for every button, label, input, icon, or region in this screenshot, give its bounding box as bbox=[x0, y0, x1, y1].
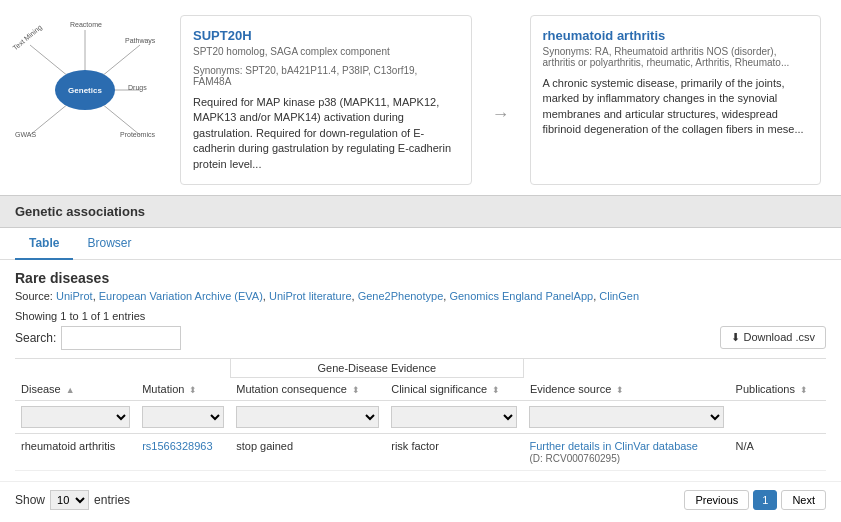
disease-card-title: rheumatoid arthritis bbox=[543, 28, 809, 43]
footer-bar: Show 10 25 50 entries Previous 1 Next bbox=[0, 481, 841, 518]
pagination: Previous 1 Next bbox=[684, 490, 826, 510]
col-group-gene-disease: Gene-Disease Evidence bbox=[230, 358, 523, 377]
mutation-cons-sort-icon[interactable]: ⬍ bbox=[352, 385, 360, 395]
search-label: Search: bbox=[15, 331, 56, 345]
gene-info-card: SUPT20H SPT20 homolog, SAGA complex comp… bbox=[180, 15, 472, 185]
source-clingen[interactable]: ClinGen bbox=[599, 290, 639, 302]
mutation-sort-icon[interactable]: ⬍ bbox=[189, 385, 197, 395]
previous-button[interactable]: Previous bbox=[684, 490, 749, 510]
table-row: rheumatoid arthritis rs1566328963 stop g… bbox=[15, 433, 826, 470]
data-table: Disease ▲ Mutation ⬍ Gene-Disease Eviden… bbox=[15, 358, 826, 471]
mutation-link[interactable]: rs1566328963 bbox=[142, 440, 212, 452]
branch-proteomics: Proteomics bbox=[120, 131, 156, 138]
gene-card-body: Required for MAP kinase p38 (MAPK11, MAP… bbox=[193, 95, 459, 172]
disease-info-card: rheumatoid arthritis Synonyms: RA, Rheum… bbox=[530, 15, 822, 185]
mind-map-center-label: Genetics bbox=[68, 86, 102, 95]
mutation-filter-select[interactable] bbox=[142, 406, 224, 428]
col-publications: Publications ⬍ bbox=[730, 358, 826, 400]
filter-mutation bbox=[136, 400, 230, 433]
show-label: Show bbox=[15, 493, 45, 507]
branch-drugs: Drugs bbox=[128, 84, 147, 92]
top-section: Text Mining Reactome Pathways Drugs Prot… bbox=[0, 0, 841, 195]
col-disease: Disease ▲ bbox=[15, 358, 136, 400]
disease-filter-select[interactable] bbox=[21, 406, 130, 428]
source-prefix: Source: bbox=[15, 290, 56, 302]
tab-browser[interactable]: Browser bbox=[73, 228, 145, 260]
filter-publications bbox=[730, 400, 826, 433]
show-entries: Show 10 25 50 entries bbox=[15, 490, 130, 510]
source-eva[interactable]: European Variation Archive (EVA) bbox=[99, 290, 263, 302]
gene-card-title: SUPT20H bbox=[193, 28, 459, 43]
gene-card-subtitle: SPT20 homolog, SAGA complex component bbox=[193, 46, 459, 57]
evidence-sort-icon[interactable]: ⬍ bbox=[616, 385, 624, 395]
clin-sig-sort-icon[interactable]: ⬍ bbox=[492, 385, 500, 395]
filter-row bbox=[15, 400, 826, 433]
next-button[interactable]: Next bbox=[781, 490, 826, 510]
cell-mutation-consequence: stop gained bbox=[230, 433, 385, 470]
disease-card-synonyms: Synonyms: RA, Rheumatoid arthritis NOS (… bbox=[543, 46, 809, 68]
source-genomics-england[interactable]: Genomics England PanelApp bbox=[449, 290, 593, 302]
show-entries-select[interactable]: 10 25 50 bbox=[50, 490, 89, 510]
branch-gwas: GWAS bbox=[15, 131, 36, 138]
mutation-consequence-filter-select[interactable] bbox=[236, 406, 379, 428]
section-header: Genetic associations bbox=[0, 196, 841, 228]
search-bar: Search: ⬇ Download .csv bbox=[15, 326, 826, 350]
filter-mutation-consequence bbox=[230, 400, 385, 433]
tab-table[interactable]: Table bbox=[15, 228, 73, 260]
card-arrow: → bbox=[492, 15, 510, 185]
col-clinical-significance: Clinical significance ⬍ bbox=[385, 377, 523, 400]
branch-pathways: Pathways bbox=[125, 37, 156, 45]
source-uniprot[interactable]: UniProt bbox=[56, 290, 93, 302]
mind-map: Text Mining Reactome Pathways Drugs Prot… bbox=[10, 15, 160, 165]
evidence-source-link[interactable]: Further details in ClinVar database bbox=[529, 440, 698, 452]
table-content: Rare diseases Source: UniProt, European … bbox=[0, 260, 841, 481]
source-uniprot-lit[interactable]: UniProt literature bbox=[269, 290, 352, 302]
cell-disease: rheumatoid arthritis bbox=[15, 433, 136, 470]
evidence-source-sub: (D: RCV000760295) bbox=[529, 453, 620, 464]
bottom-section: Genetic associations Table Browser Rare … bbox=[0, 195, 841, 518]
branch-text-mining: Text Mining bbox=[11, 23, 43, 52]
col-mutation: Mutation ⬍ bbox=[136, 358, 230, 400]
showing-line: Showing 1 to 1 of 1 entries bbox=[15, 310, 826, 322]
entries-label: entries bbox=[94, 493, 130, 507]
cell-publications: N/A bbox=[730, 433, 826, 470]
cell-mutation: rs1566328963 bbox=[136, 433, 230, 470]
source-line: Source: UniProt, European Variation Arch… bbox=[15, 290, 826, 302]
branch-reactome: Reactome bbox=[70, 21, 102, 28]
gene-card-synonyms: Synonyms: SPT20, bA421P11.4, P38IP, C13o… bbox=[193, 65, 459, 87]
evidence-source-filter-select[interactable] bbox=[529, 406, 723, 428]
download-button[interactable]: ⬇ Download .csv bbox=[720, 326, 826, 349]
disease-sort-icon[interactable]: ▲ bbox=[66, 385, 75, 395]
info-cards: SUPT20H SPT20 homolog, SAGA complex comp… bbox=[180, 15, 821, 185]
cell-evidence-source: Further details in ClinVar database (D: … bbox=[523, 433, 729, 470]
current-page: 1 bbox=[753, 490, 777, 510]
filter-disease bbox=[15, 400, 136, 433]
clinical-significance-filter-select[interactable] bbox=[391, 406, 517, 428]
tabs-bar: Table Browser bbox=[0, 228, 841, 260]
filter-clinical-significance bbox=[385, 400, 523, 433]
rare-diseases-title: Rare diseases bbox=[15, 270, 826, 286]
source-gene2phenotype[interactable]: Gene2Phenotype bbox=[358, 290, 444, 302]
search-input[interactable] bbox=[61, 326, 181, 350]
disease-card-body: A chronic systemic disease, primarily of… bbox=[543, 76, 809, 138]
col-evidence-source: Evidence source ⬍ bbox=[523, 358, 729, 400]
col-mutation-consequence: Mutation consequence ⬍ bbox=[230, 377, 385, 400]
filter-evidence-source bbox=[523, 400, 729, 433]
cell-clinical-significance: risk factor bbox=[385, 433, 523, 470]
publications-sort-icon[interactable]: ⬍ bbox=[800, 385, 808, 395]
